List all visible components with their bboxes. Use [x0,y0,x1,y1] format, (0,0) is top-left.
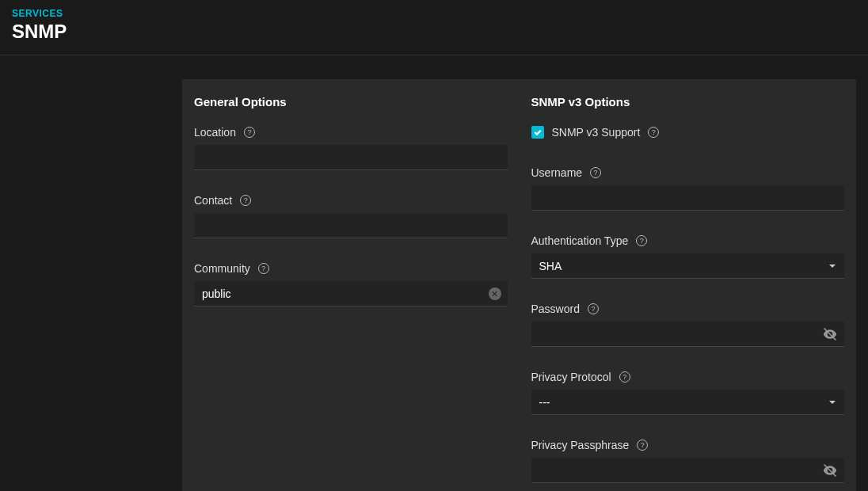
username-field: Username ? [531,166,845,211]
privacy-passphrase-input[interactable] [531,458,845,483]
page-header: SERVICES SNMP [0,0,868,55]
help-icon[interactable]: ? [258,263,269,274]
snmp-v3-support-label: SNMP v3 Support [552,126,641,139]
password-label: Password [531,303,580,315]
snmp-v3-options-column: SNMP v3 Options SNMP v3 Support ? Userna… [520,95,857,491]
contact-label: Contact [194,194,232,207]
chevron-down-icon [828,259,836,273]
help-icon[interactable]: ? [636,235,647,246]
privacy-protocol-field: Privacy Protocol ? --- [531,371,845,415]
snmp-v3-options-title: SNMP v3 Options [531,95,845,108]
community-field: Community ? ✕ [194,262,508,306]
community-label: Community [194,262,250,275]
help-icon[interactable]: ? [648,127,659,138]
location-field: Location ? [194,126,508,170]
page-title: SNMP [12,21,856,43]
password-field: Password ? [531,303,845,347]
privacy-passphrase-label: Privacy Passphrase [531,439,630,451]
privacy-protocol-value: --- [539,396,837,409]
eye-off-icon[interactable] [822,462,838,478]
breadcrumb[interactable]: SERVICES [12,8,856,19]
location-label: Location [194,126,236,139]
chevron-down-icon [828,395,836,409]
clear-icon[interactable]: ✕ [489,287,501,300]
contact-input[interactable] [194,213,508,238]
auth-type-field: Authentication Type ? SHA [531,234,845,279]
privacy-passphrase-field: Privacy Passphrase ? [531,439,845,483]
general-options-title: General Options [194,95,508,108]
password-input[interactable] [531,322,845,347]
username-label: Username [531,166,583,179]
eye-off-icon[interactable] [822,326,838,342]
snmp-v3-support-row: SNMP v3 Support ? [531,126,845,139]
help-icon[interactable]: ? [588,303,599,314]
auth-type-select[interactable]: SHA [531,253,845,279]
snmp-v3-support-checkbox[interactable] [531,126,544,139]
username-input[interactable] [531,185,845,211]
help-icon[interactable]: ? [590,167,601,178]
community-input[interactable] [194,281,508,306]
help-icon[interactable]: ? [637,440,648,451]
privacy-protocol-label: Privacy Protocol [531,371,611,383]
help-icon[interactable]: ? [619,371,630,383]
help-icon[interactable]: ? [244,127,255,138]
location-input[interactable] [194,145,508,170]
auth-type-value: SHA [539,260,837,272]
privacy-protocol-select[interactable]: --- [531,390,845,415]
snmp-settings-card: General Options Location ? Contact ? Com… [182,79,856,491]
auth-type-label: Authentication Type [531,234,629,247]
help-icon[interactable]: ? [240,195,251,206]
general-options-column: General Options Location ? Contact ? Com… [182,95,520,491]
contact-field: Contact ? [194,194,508,238]
